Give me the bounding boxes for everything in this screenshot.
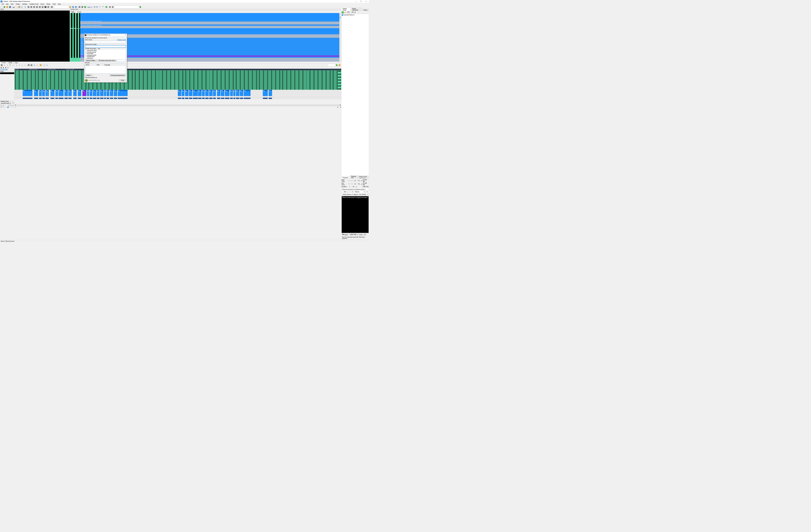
timeline-block[interactable]: 00:..The [90, 90, 92, 96]
end-m[interactable] [351, 183, 353, 185]
zoom-fit-button[interactable]: ⊡ [0, 106, 2, 108]
menu-tools[interactable]: Tools [51, 3, 57, 5]
tl-globe-button[interactable] [335, 64, 338, 66]
mini-tool-3[interactable]: ▭ [8, 105, 10, 106]
start-ms[interactable] [357, 180, 361, 181]
tool-button-4[interactable] [36, 6, 39, 9]
timeline-block[interactable]: 00:..The [68, 90, 72, 96]
language-checkbox[interactable] [85, 58, 87, 59]
subtitle-row[interactable] [80, 21, 339, 25]
os-button[interactable]: OS [44, 6, 47, 9]
timeline-block[interactable]: 00:..The [198, 90, 201, 96]
language-checkbox[interactable] [85, 51, 87, 53]
redo-button[interactable] [24, 6, 26, 9]
start-s[interactable] [354, 180, 356, 181]
nav-button-1[interactable] [78, 6, 81, 9]
font-size-input[interactable] [366, 191, 369, 193]
end-s[interactable] [354, 183, 356, 185]
nav-button-2[interactable] [81, 6, 84, 9]
maximize-button[interactable]: ☐ [358, 0, 363, 3]
timeline-block[interactable]: 00:..The [55, 90, 58, 96]
tool-button-1[interactable] [27, 6, 30, 9]
undo-button[interactable] [21, 6, 24, 9]
tl-zoom-in[interactable]: 🔍 [43, 64, 46, 66]
timeline-main[interactable]: 00.00000:00:23.68000:00:47.36000:01:11.0… [15, 69, 341, 104]
details-button[interactable]: Details... [85, 74, 93, 76]
language-checkbox[interactable] [85, 56, 87, 57]
timeline-block[interactable]: 00:..The [221, 90, 224, 96]
tab-log[interactable]: Log [14, 62, 19, 63]
tab-table[interactable]: Table [70, 11, 76, 13]
timeline-block[interactable]: 00:..The [240, 90, 243, 96]
prev-button[interactable]: ◀◀ [93, 6, 95, 9]
zoom-in-button[interactable] [108, 6, 111, 9]
timeline-block[interactable]: 00:..The [59, 90, 63, 96]
key-button[interactable] [69, 6, 72, 9]
timeline-block[interactable]: 00:..The [97, 90, 100, 96]
tl-bracket-r[interactable]: ] [18, 64, 21, 66]
menu-project[interactable]: Project [15, 3, 21, 5]
language-checkbox[interactable] [85, 53, 87, 54]
menu-errors[interactable]: Errors [40, 3, 45, 5]
track-checkbox[interactable] [342, 14, 343, 16]
dur-ms[interactable] [352, 186, 355, 188]
tl-rec[interactable]: ● [7, 67, 9, 68]
timeline-block[interactable]: 00:..The [178, 90, 181, 96]
timeline-block[interactable]: 00:..The [107, 90, 109, 96]
timeline-block[interactable]: 00:..The [118, 90, 127, 96]
style-apply-button[interactable]: ✎ [369, 193, 370, 196]
movie-size-input[interactable] [85, 45, 126, 47]
track-item[interactable]: ImportedTrack1_0 [341, 14, 368, 16]
timeline-block[interactable]: 00:..The [189, 90, 192, 96]
menu-help[interactable]: Help [57, 3, 62, 5]
tl-tool-1[interactable] [0, 64, 3, 66]
timeline-block[interactable]: 00:..The [193, 90, 198, 96]
tl-l-button[interactable]: L [36, 64, 39, 66]
timeline-block[interactable]: 00:..The [114, 90, 117, 96]
timeline-block[interactable]: 00:..The [39, 90, 42, 96]
delete-track-button[interactable]: ✕ [344, 11, 346, 14]
font-clear-button[interactable]: A [352, 191, 354, 193]
tab-history[interactable]: History [362, 9, 369, 11]
tl-apply-button[interactable] [338, 64, 341, 66]
tool-button-5[interactable] [39, 6, 41, 9]
start-h[interactable] [348, 180, 350, 181]
tl-add-button[interactable]: + [6, 64, 9, 66]
timeline-block[interactable]: 00:..The [42, 90, 45, 96]
close-dialog-button[interactable]: Close [119, 79, 126, 81]
menu-view[interactable]: View [10, 3, 15, 5]
menu-player[interactable]: Player [46, 3, 51, 5]
timeline-h-scrollbar[interactable]: ◀ ▶ [15, 104, 341, 106]
timeline-block[interactable]: 00:..The [73, 90, 77, 96]
refresh-button[interactable] [84, 6, 87, 9]
tool-button-6[interactable] [41, 6, 44, 9]
timeline-block[interactable]: 00:..The [263, 90, 268, 96]
timeline-block[interactable]: 00:..The [236, 90, 239, 96]
toolbar-dropdown-1[interactable] [54, 6, 69, 8]
keyboard-icon[interactable]: ⌨ [342, 234, 344, 235]
timeline-block[interactable]: 00:..The [50, 90, 55, 96]
font-add-button[interactable]: + [341, 191, 344, 193]
timeline-block[interactable]: 00:..The [269, 90, 272, 96]
menu-subtitles[interactable]: Subtitles [21, 3, 28, 5]
globe2-button[interactable] [139, 6, 142, 9]
download-result-button[interactable]: Download selected result [110, 74, 126, 76]
movie-name-input[interactable] [117, 59, 126, 62]
timeline-block[interactable]: 00:..The [233, 90, 235, 96]
tl-snap-button[interactable]: ⊥ [12, 64, 14, 66]
cut-button[interactable] [12, 6, 15, 9]
help-button[interactable] [75, 6, 77, 9]
subtitle-text-input[interactable] [341, 188, 368, 191]
mini-tool-5[interactable]: ▭ [12, 105, 14, 106]
timeline-block[interactable]: 00:..The [82, 90, 87, 96]
timeline-block[interactable]: 00:..The [64, 90, 68, 96]
tl-play-3[interactable]: ▶ [5, 67, 7, 68]
timeline-block[interactable]: 00:..The [182, 90, 184, 96]
next-button[interactable]: ▶▶ [96, 6, 98, 9]
tl-cursor-button[interactable]: ↖ [3, 64, 6, 66]
dialog-close-button[interactable]: ✕ [124, 34, 126, 36]
timeline-block[interactable]: 00:..The [100, 90, 103, 96]
user-button[interactable] [72, 6, 75, 9]
language-checkbox[interactable] [85, 55, 87, 56]
tab-errors[interactable]: Errors [7, 62, 14, 63]
